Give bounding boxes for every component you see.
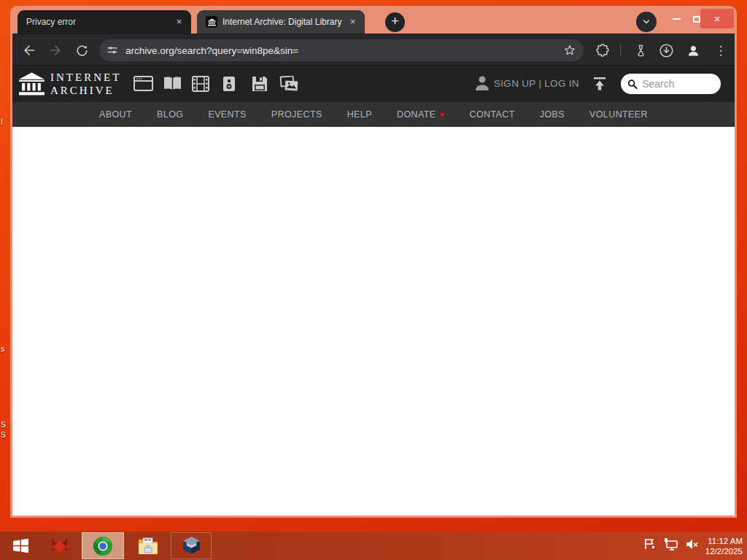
- taskbar-clock[interactable]: 11:12 AM 12/2/2025: [705, 536, 743, 556]
- nav-jobs[interactable]: JOBS: [540, 109, 565, 120]
- search-input[interactable]: [642, 78, 714, 90]
- nav-donate[interactable]: DONATE ♥: [397, 109, 445, 120]
- audio-media-icon[interactable]: [222, 76, 236, 95]
- clock-date: 12/2/2025: [705, 546, 743, 556]
- maximize-icon: [693, 16, 700, 23]
- browser-chrome-body: archive.org/search?query=win8pe&sin= ⋮: [12, 34, 735, 516]
- archive-nav: ABOUT BLOG EVENTS PROJECTS HELP DONATE ♥…: [12, 102, 735, 127]
- reload-button[interactable]: [73, 42, 90, 59]
- flask-icon[interactable]: [632, 42, 649, 59]
- nav-contact[interactable]: CONTACT: [469, 109, 514, 120]
- red-app-icon: [50, 536, 69, 556]
- tab-search-button[interactable]: [636, 12, 657, 32]
- person-icon: [475, 75, 489, 94]
- browser-window: Privacy error × Internet Archive: Digita…: [10, 6, 737, 518]
- chrome-taskbar-button[interactable]: [82, 532, 124, 559]
- minimize-button[interactable]: [667, 10, 686, 28]
- virtualbox-taskbar-button[interactable]: [171, 532, 212, 559]
- browser-toolbar: archive.org/search?query=win8pe&sin= ⋮: [12, 34, 735, 66]
- windows-logo-icon: [12, 537, 30, 555]
- red-app-taskbar-button[interactable]: [42, 532, 76, 559]
- back-button[interactable]: [20, 42, 38, 59]
- system-tray: 11:12 AM 12/2/2025: [643, 532, 743, 560]
- nav-projects[interactable]: PROJECTS: [271, 109, 322, 120]
- tab-internet-archive[interactable]: Internet Archive: Digital Library ×: [197, 10, 365, 34]
- new-tab-button[interactable]: +: [385, 12, 405, 32]
- profile-icon[interactable]: [684, 42, 702, 59]
- desktop-label-fragment: s: [1, 345, 4, 353]
- menu-icon[interactable]: ⋮: [712, 42, 729, 59]
- network-icon[interactable]: [664, 537, 678, 554]
- menu-dots-glyph: ⋮: [715, 43, 727, 58]
- web-media-icon[interactable]: [133, 76, 153, 94]
- extensions-icon[interactable]: [594, 42, 611, 59]
- download-icon[interactable]: [657, 42, 675, 59]
- video-media-icon[interactable]: [192, 76, 209, 95]
- logo-line-1: INTERNET: [50, 71, 121, 84]
- nav-help[interactable]: HELP: [347, 109, 372, 120]
- tab-privacy-error[interactable]: Privacy error ×: [18, 10, 191, 34]
- file-explorer-icon: [138, 537, 158, 555]
- nav-donate-label: DONATE: [397, 109, 436, 120]
- nav-about[interactable]: ABOUT: [99, 109, 132, 120]
- tab-close-icon[interactable]: ×: [347, 16, 359, 28]
- upload-icon[interactable]: [592, 76, 608, 95]
- toolbar-divider: [620, 44, 621, 56]
- search-icon: [627, 78, 638, 90]
- heart-icon: ♥: [440, 110, 445, 119]
- address-bar[interactable]: archive.org/search?query=win8pe&sin=: [99, 39, 584, 61]
- bookmark-star-icon[interactable]: [563, 44, 576, 57]
- site-settings-icon[interactable]: [107, 44, 118, 56]
- forward-button[interactable]: [47, 42, 64, 59]
- webpage: INTERNET ARCHIVE: [12, 66, 735, 516]
- tab-close-icon[interactable]: ×: [173, 16, 185, 28]
- signup-login-link[interactable]: SIGN UP | LOG IN: [494, 78, 579, 89]
- taskbar: 11:12 AM 12/2/2025: [0, 532, 747, 560]
- archive-search-box[interactable]: [621, 74, 721, 94]
- tab-title: Internet Archive: Digital Library: [222, 17, 347, 27]
- archive-header: INTERNET ARCHIVE: [12, 66, 735, 102]
- volume-muted-icon[interactable]: [685, 537, 699, 554]
- texts-media-icon[interactable]: [163, 76, 182, 94]
- close-icon: ×: [714, 13, 720, 25]
- tab-title: Privacy error: [26, 17, 173, 27]
- minimize-icon: [673, 18, 681, 20]
- window-close-button[interactable]: ×: [700, 9, 734, 28]
- chevron-down-icon: [641, 17, 651, 27]
- nav-volunteer[interactable]: VOLUNTEER: [589, 109, 648, 120]
- start-button[interactable]: [3, 532, 38, 559]
- url-text[interactable]: archive.org/search?query=win8pe&sin=: [125, 45, 563, 56]
- virtualbox-icon: [182, 536, 201, 556]
- archive-logo-icon[interactable]: [19, 72, 44, 98]
- desktop-label-fragment: S: [1, 421, 6, 429]
- desktop-label-fragment: S: [1, 431, 6, 439]
- clock-time: 11:12 AM: [705, 536, 743, 546]
- file-explorer-taskbar-button[interactable]: [128, 532, 168, 559]
- logo-line-2: ARCHIVE: [50, 84, 121, 97]
- archive-favicon-icon: [206, 16, 217, 28]
- nav-blog[interactable]: BLOG: [157, 109, 183, 120]
- software-media-icon[interactable]: [252, 76, 268, 95]
- tab-strip: Privacy error × Internet Archive: Digita…: [10, 6, 737, 34]
- action-center-flag-icon[interactable]: [643, 537, 657, 554]
- page-content-empty: [12, 127, 735, 516]
- chrome-icon: [93, 536, 113, 556]
- images-media-icon[interactable]: [279, 76, 299, 95]
- archive-logo-text[interactable]: INTERNET ARCHIVE: [50, 71, 121, 97]
- nav-events[interactable]: EVENTS: [208, 109, 246, 120]
- desktop-label-fragment: I: [1, 118, 3, 126]
